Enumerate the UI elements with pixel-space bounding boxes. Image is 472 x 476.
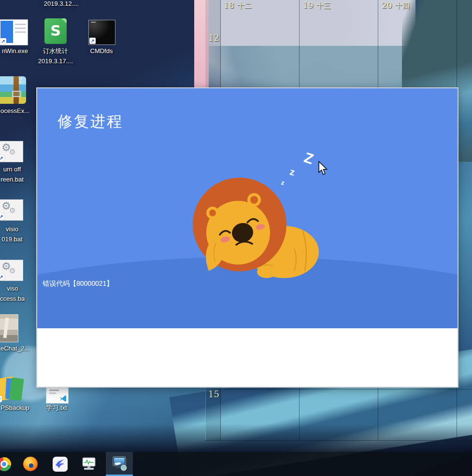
calendar-day-cell: 18十二	[224, 0, 252, 11]
firefox-icon	[23, 457, 38, 471]
cmd-terminal-icon: ↗	[88, 20, 115, 45]
chrome-icon	[0, 457, 11, 471]
taskbar-hardware-monitor-button[interactable]	[78, 452, 100, 476]
desktop: 12 15 18十二 19十三 20十四 2019.3.12.... ↗ nWi…	[0, 0, 472, 476]
repair-process-dialog: 修复进程	[36, 87, 458, 388]
mouse-cursor-icon	[318, 161, 329, 175]
shortcut-arrow-icon: ↗	[0, 155, 4, 161]
taskbar	[0, 452, 472, 476]
shortcut-arrow-icon: ↗	[89, 38, 96, 44]
desktop-icon-label-2019312[interactable]: 2019.3.12....	[32, 0, 90, 9]
photo-thumbnail-icon	[0, 314, 18, 342]
shortcut-arrow-icon: ↗	[0, 38, 6, 44]
dialog-title: 修复进程	[57, 112, 123, 132]
snore-z-large: Z	[302, 149, 315, 168]
batch-file-gears-icon: ⚙ ⚙ ↗	[0, 141, 23, 162]
hardware-monitor-icon	[81, 457, 97, 471]
shortcut-arrow-icon: ↗	[0, 396, 2, 402]
calendar-day-cell: 20十四	[382, 0, 410, 11]
calendar-gridline	[205, 389, 472, 390]
calendar-gridline	[205, 440, 472, 441]
dialog-blue-panel: 修复进程	[37, 88, 458, 328]
backup-folders-icon: ↗	[0, 376, 23, 403]
taskbar-xunlei-button[interactable]	[49, 452, 71, 476]
sleeping-lion-illustration	[191, 176, 324, 280]
vscode-logo-icon	[60, 395, 67, 402]
dialog-footer	[37, 328, 458, 387]
wps-spreadsheet-icon: S	[44, 18, 67, 44]
taskbar-system-repair-button-active[interactable]	[106, 452, 133, 476]
calendar-day-cell: 19十三	[303, 0, 331, 11]
taskbar-firefox-button[interactable]	[20, 452, 41, 476]
batch-file-gears-icon: ⚙ ⚙ ↗	[0, 260, 23, 281]
system-repair-icon	[111, 455, 128, 471]
calendar-week-number: 12	[208, 33, 219, 43]
zip-archive-icon: 360 ZIP	[0, 76, 26, 104]
taskbar-chrome-button[interactable]	[0, 452, 14, 476]
xunlei-thunder-icon	[53, 457, 68, 472]
batch-file-gears-icon: ⚙ ⚙ ↗	[0, 199, 23, 221]
calendar-week-number: 15	[208, 389, 219, 399]
installer-window-icon: ↗	[0, 19, 28, 45]
text-file-vscode-icon	[46, 387, 69, 404]
error-code-text: 错误代码【80000021】	[43, 280, 113, 288]
shortcut-arrow-icon: ↗	[0, 213, 4, 220]
shortcut-arrow-icon: ↗	[0, 274, 4, 280]
